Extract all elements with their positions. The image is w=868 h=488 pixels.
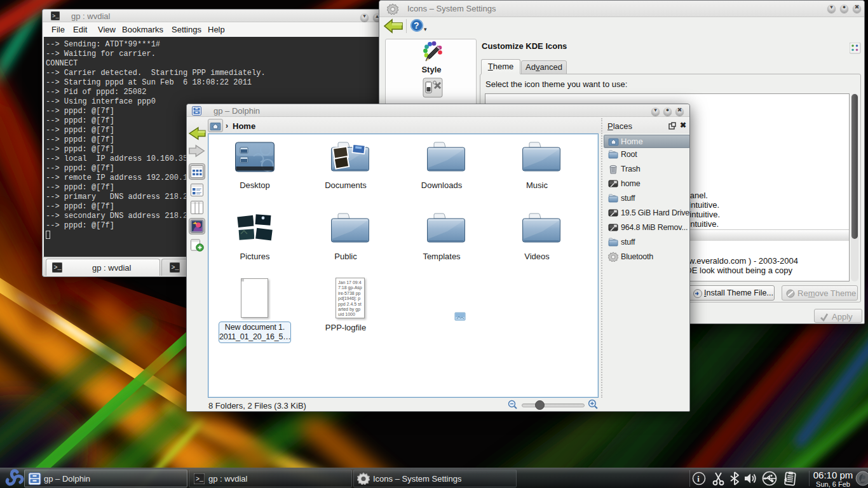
svg-text:>_: >_ xyxy=(54,264,62,271)
svg-text:?: ? xyxy=(414,20,419,30)
svg-text:i: i xyxy=(697,474,700,484)
svg-text:>_: >_ xyxy=(172,264,180,271)
svg-text:>_: >_ xyxy=(196,476,204,483)
svg-text:>_: >_ xyxy=(52,13,59,20)
